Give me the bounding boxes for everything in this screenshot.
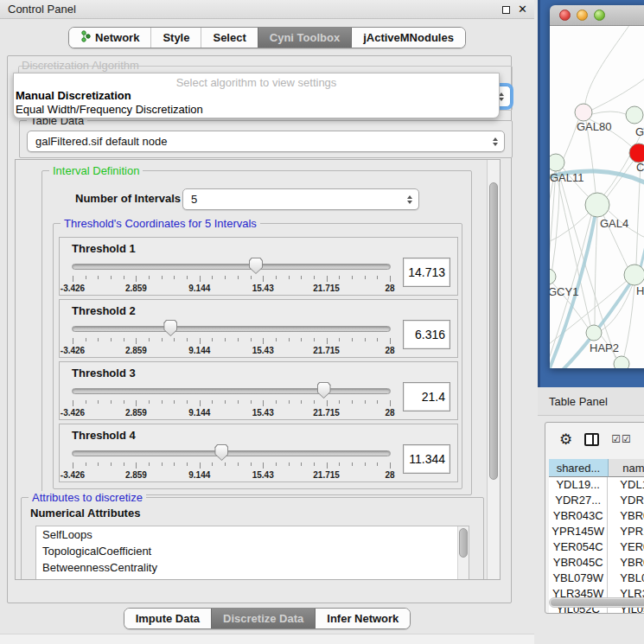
axis-tick-label: 28: [385, 408, 394, 418]
attribute-item-selfloops[interactable]: SelfLoops: [42, 526, 469, 543]
settings-scrollbar-thumb[interactable]: [489, 182, 498, 480]
tab-impute-data[interactable]: Impute Data: [124, 609, 211, 628]
network-node-hap2[interactable]: [586, 325, 602, 341]
threshold-1-value-field[interactable]: 14.713: [403, 258, 450, 287]
node-table-box: ⚙ ☑☑ shared...nameYDL19...YDL19YDR27...Y…: [545, 422, 644, 614]
threshold-2-label: Threshold 2: [72, 304, 450, 317]
network-node-h[interactable]: [624, 265, 644, 285]
dropdown-option-manual-discretization[interactable]: Manual Discretization: [14, 89, 499, 103]
network-node[interactable]: [614, 356, 629, 368]
split-columns-icon[interactable]: [584, 433, 599, 446]
axis-tick-label: 2.859: [125, 408, 147, 418]
tab-style[interactable]: Style: [150, 28, 201, 48]
threshold-3-value-field[interactable]: 21.4: [403, 382, 450, 411]
tab-jactivemnodules[interactable]: jActiveMNodules: [351, 28, 465, 48]
table-cell: YBL079W: [549, 571, 608, 586]
table-data-select[interactable]: galFiltered.sif default node: [27, 131, 505, 152]
table-row[interactable]: YDR27...YDR27: [549, 493, 644, 508]
axis-tick-label: 21.715: [313, 408, 340, 418]
axis-tick-label: 15.43: [252, 346, 274, 355]
threshold-3-label: Threshold 3: [72, 367, 450, 379]
settings-scrollbar[interactable]: [487, 160, 500, 579]
close-window-icon[interactable]: ✕: [518, 0, 527, 19]
column-header-name[interactable]: name: [609, 459, 644, 477]
axis-tick-label: 28: [385, 346, 394, 355]
threshold-3-slider[interactable]: -3.4262.8599.14415.4321.71528: [72, 381, 391, 419]
axis-tick-label: 21.715: [313, 284, 340, 293]
axis-tick-label: 15.43: [252, 470, 274, 480]
threshold-4-slider[interactable]: -3.4262.8599.14415.4321.71528: [72, 443, 391, 481]
network-graph[interactable]: GAL80GAL11GAL4GCY1HHAP2GC: [550, 26, 644, 368]
table-data-selected-value: galFiltered.sif default node: [35, 135, 167, 148]
table-toolbar: ⚙ ☑☑: [545, 423, 644, 456]
network-node-gal80[interactable]: [575, 104, 592, 121]
network-node-gal11[interactable]: [550, 154, 564, 171]
threshold-1-slider-thumb[interactable]: [249, 258, 263, 274]
threshold-3-slider-thumb[interactable]: [317, 382, 331, 399]
network-node[interactable]: [626, 106, 643, 124]
network-node[interactable]: [629, 143, 644, 163]
numerical-attributes-list[interactable]: SelfLoopsTopologicalCoefficientBetweenne…: [35, 526, 469, 580]
num-intervals-value: 5: [191, 193, 197, 206]
settings-scroll-area: Interval Definition Number of Intervals …: [15, 159, 501, 580]
tab-discretize-data[interactable]: Discretize Data: [211, 609, 315, 628]
network-node-gal4[interactable]: [585, 193, 609, 217]
column-visibility-icon[interactable]: ☑☑: [611, 433, 632, 445]
thresholds-group: Threshold's Coordinates for 5 Intervals …: [53, 223, 462, 489]
tab-cyni-toolbox-label: Cyni Toolbox: [270, 31, 340, 44]
cyni-bottom-tab-bar: Impute DataDiscretize DataInfer Network: [0, 608, 534, 629]
status-strip: [0, 634, 534, 644]
network-canvas[interactable]: GAL80GAL11GAL4GCY1HHAP2GC: [550, 26, 644, 368]
application-root: Control Panel ✕ NetworkStyleSelectCyni T…: [0, 0, 644, 644]
zoom-traffic-light-icon[interactable]: [594, 10, 605, 21]
close-traffic-light-icon[interactable]: [559, 10, 571, 21]
threshold-1-box: Threshold 1-3.4262.8599.14415.4321.71528…: [59, 237, 458, 296]
cyni-toolbox-panel: Discretization Algorithm Select algorith…: [7, 55, 512, 603]
tab-cyni-toolbox[interactable]: Cyni Toolbox: [258, 28, 351, 48]
threshold-1-slider[interactable]: -3.4262.8599.14415.4321.71528: [72, 257, 391, 295]
threshold-2-value-field[interactable]: 6.316: [403, 320, 450, 349]
tab-select[interactable]: Select: [201, 28, 257, 48]
threshold-4-value-field[interactable]: 11.344: [403, 444, 450, 474]
axis-tick-label: 9.144: [188, 470, 210, 480]
axis-tick-label: 15.43: [252, 284, 274, 293]
minimize-traffic-light-icon[interactable]: [577, 10, 588, 21]
table-row[interactable]: YBR045CYBR04: [549, 555, 644, 571]
threshold-4-box: Threshold 4-3.4262.8599.14415.4321.71528…: [59, 424, 458, 482]
table-hscroll-thumb[interactable]: [551, 599, 644, 606]
table-cell: YBR045C: [549, 555, 608, 571]
axis-tick-label: 28: [385, 284, 394, 293]
axis-tick-label: -3.426: [61, 346, 85, 355]
window-title: Control Panel: [8, 3, 76, 16]
threshold-4-slider-thumb[interactable]: [214, 444, 228, 461]
float-window-icon[interactable]: [502, 6, 510, 14]
attributes-list-scrollbar[interactable]: [457, 526, 469, 580]
dropdown-hint: Select algorithm to view settings: [14, 73, 499, 89]
table-row[interactable]: YER054CYER05: [549, 539, 644, 555]
attribute-item-betweennesscentrality[interactable]: BetweennessCentrality: [42, 559, 469, 576]
threshold-2-slider[interactable]: -3.4262.8599.14415.4321.71528: [72, 319, 391, 357]
tab-jactivemnodules-label: jActiveMNodules: [363, 31, 454, 44]
threshold-2-slider-thumb[interactable]: [163, 320, 177, 336]
table-horizontal-scrollbar[interactable]: [549, 597, 644, 608]
attribute-item-topologicalcoefficient[interactable]: TopologicalCoefficient: [42, 543, 469, 559]
table-row[interactable]: YPR145WYPR14: [549, 524, 644, 539]
combo-arrows-icon: [407, 195, 412, 204]
tab-infer-network-label: Infer Network: [327, 612, 399, 625]
table-row[interactable]: YDL19...YDL19: [549, 477, 644, 493]
axis-tick-label: 9.144: [188, 408, 210, 418]
column-header-shared[interactable]: shared...: [549, 459, 609, 477]
tab-network-label: Network: [95, 31, 139, 44]
tab-infer-network[interactable]: Infer Network: [315, 609, 410, 628]
gear-icon[interactable]: ⚙: [559, 432, 572, 447]
table-row[interactable]: YBR043CYBR04: [549, 508, 644, 524]
node-label-hap2: HAP2: [590, 341, 619, 354]
table-row[interactable]: YBL079WYBL07: [549, 571, 644, 586]
num-intervals-select[interactable]: 5: [182, 188, 419, 210]
node-label-partial: G: [635, 125, 644, 138]
network-window-titlebar[interactable]: [550, 5, 644, 26]
tab-network[interactable]: Network: [69, 28, 150, 48]
tab-select-label: Select: [213, 31, 245, 44]
dropdown-option-equal-width-frequency[interactable]: Equal Width/Frequency Discretization: [14, 103, 499, 117]
network-node-gcy1[interactable]: [550, 269, 556, 284]
